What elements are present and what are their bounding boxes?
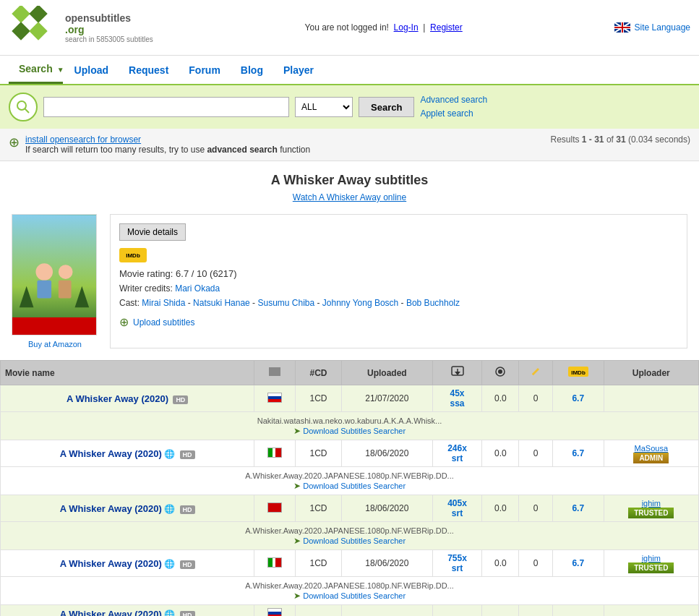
row4-uploader-link[interactable]: ighim [609, 554, 694, 562]
row2-title-link[interactable]: A Whisker Away (2020) [60, 448, 162, 459]
writer-link[interactable]: Mari Okada [175, 283, 220, 294]
upload-subtitles-text: Upload subtitles [133, 317, 194, 328]
row2-cd-cell: 1CD [296, 440, 342, 467]
svg-point-29 [498, 369, 502, 374]
row5-name-cell: A Whisker Away (2020) 🌐 HD [1, 605, 254, 617]
row2-cd-count-cell: 0 [519, 440, 553, 467]
login-status: You are not logged in! Log-In | Register [305, 22, 463, 33]
row5-title-link[interactable]: A Whisker Away (2020) [60, 609, 162, 616]
nav-upload[interactable]: Upload [64, 57, 119, 83]
row4-filename-cell: A.Whisker.Away.2020.JAPANESE.1080p.NF.WE… [1, 577, 699, 605]
nav-forum[interactable]: Forum [179, 57, 231, 83]
not-logged-text: You are not logged in! [305, 22, 389, 33]
row4-filename: A.Whisker.Away.2020.JAPANESE.1080p.NF.WE… [245, 581, 454, 590]
row3-hd-badge: HD [180, 505, 195, 514]
row3-filename-cell: A.Whisker.Away.2020.JAPANESE.1080p.NF.WE… [1, 522, 699, 550]
row1-imdb-link[interactable]: 6.7 [572, 393, 584, 403]
language-select[interactable]: ALL [295, 97, 353, 117]
row4-rating-cell: 0.0 [482, 550, 519, 577]
movie-details-button[interactable]: Movie details [119, 223, 186, 241]
cast-johnny[interactable]: Johnny Yong Bosch [322, 298, 398, 308]
svg-rect-3 [29, 22, 47, 40]
row1-filename: Nakitai.watashi.wa.neko.wo.kaburu.A.K.A.… [257, 416, 442, 425]
row4-download-link[interactable]: 755xsrt [447, 553, 467, 573]
table-row: A Whisker Away (2020) 🌐 HD 1CD 18/06/202… [1, 550, 699, 577]
row2-uploader-link[interactable]: MaSousa [609, 444, 694, 453]
row5-globe-icon: 🌐 [164, 609, 175, 616]
row1-imdb-cell: 6.7 [552, 385, 604, 412]
table-row-sub: Nakitai.watashi.wa.neko.wo.kaburu.A.K.A.… [1, 412, 699, 440]
row2-download-link[interactable]: 246xsrt [447, 443, 467, 463]
imdb-logo-icon: IMDb [123, 249, 143, 260]
col-movie-name: Movie name [1, 361, 254, 385]
svg-rect-2 [12, 22, 30, 40]
opensearch-link[interactable]: install opensearch for browser [25, 134, 141, 145]
row2-admin-badge: ADMIN [633, 453, 669, 463]
nav-request[interactable]: Request [119, 57, 179, 83]
row4-searcher-link[interactable]: Download Subtitles Searcher [303, 591, 406, 600]
cast-bob[interactable]: Bob Buchholz [406, 298, 460, 308]
svg-text:IMDb: IMDb [571, 369, 586, 376]
row4-uploader-cell: ighim TRUSTED [604, 550, 698, 577]
flag-col-icon [269, 367, 280, 376]
nav-player[interactable]: Player [273, 57, 324, 83]
row1-searcher-link[interactable]: Download Subtitles Searcher [303, 427, 406, 435]
cast-natsuki[interactable]: Natsuki Hanae [193, 298, 250, 308]
site-language-link[interactable]: Site Language [635, 22, 690, 33]
subtitle-count: search in 5853005 subtitles [65, 35, 153, 43]
table-row-sub3: A.Whisker.Away.2020.JAPANESE.1080p.NF.WE… [1, 522, 699, 550]
search-input[interactable] [43, 97, 289, 117]
row3-imdb-link[interactable]: 6.7 [572, 503, 584, 513]
info-text: install opensearch for browser If search… [25, 134, 310, 155]
row5-flag-cell [254, 605, 296, 617]
row5-date-cell [341, 605, 432, 617]
download-col-icon [451, 366, 464, 377]
row1-flag-cell [254, 385, 296, 412]
col-flag [254, 361, 296, 385]
row3-name-cell: A Whisker Away (2020) 🌐 HD [1, 495, 254, 522]
table-row: A Whisker Away (2020) 🌐 HD 1CD 18/06/202… [1, 440, 699, 467]
upload-subtitles-link[interactable]: ⊕ Upload subtitles [119, 315, 678, 329]
row5-uploader-cell [604, 605, 698, 617]
nav-blog[interactable]: Blog [231, 57, 273, 83]
row2-downloads-cell: 246xsrt [432, 440, 481, 467]
svg-rect-10 [614, 27, 630, 28]
buy-amazon-link[interactable]: Buy at Amazon [12, 340, 98, 348]
row3-date-cell: 18/06/2020 [341, 495, 432, 522]
login-link[interactable]: Log-In [394, 22, 419, 33]
uk-flag-icon [614, 22, 630, 33]
row1-title-link[interactable]: A Whisker Away (2020) [67, 393, 168, 404]
search-circle-icon [9, 93, 38, 121]
row1-cd-cell: 1CD [296, 385, 342, 412]
search-button[interactable]: Search [359, 97, 414, 117]
navigation-bar: Search ▼ Upload Request Forum Blog Playe… [0, 56, 699, 85]
row3-download-link[interactable]: 405xsrt [447, 498, 467, 518]
cast-mirai[interactable]: Mirai Shida [142, 298, 185, 308]
row2-searcher-link[interactable]: Download Subtitles Searcher [303, 482, 406, 490]
row4-downloads-cell: 755xsrt [432, 550, 481, 577]
row3-title-link[interactable]: A Whisker Away (2020) [60, 503, 162, 514]
watch-link[interactable]: Watch A Whisker Away online [293, 192, 406, 202]
row4-title-link[interactable]: A Whisker Away (2020) [60, 558, 162, 569]
nav-search[interactable]: Search [9, 56, 63, 84]
row1-downloads-cell: 45xssa [432, 385, 481, 412]
svg-rect-1 [29, 6, 47, 23]
cast-susumu[interactable]: Susumu Chiba [257, 298, 314, 308]
tip-suffix: function [280, 145, 310, 155]
register-link[interactable]: Register [430, 22, 463, 33]
row3-searcher-link[interactable]: Download Subtitles Searcher [303, 536, 406, 545]
movie-title: A Whisker Away subtitles [12, 173, 687, 188]
svg-text:IMDb: IMDb [126, 252, 140, 259]
nav-arrow-icon: ▼ [57, 66, 64, 74]
movie-rating: Movie rating: 6.7 / 10 (6217) [119, 268, 678, 279]
applet-search-link[interactable]: Applet search [420, 107, 487, 121]
row1-download-link[interactable]: 45xssa [450, 388, 465, 408]
row3-trusted-badge: TRUSTED [628, 508, 674, 518]
row3-uploader-link[interactable]: ighim [609, 499, 694, 508]
row2-imdb-link[interactable]: 6.7 [572, 448, 584, 458]
row4-imdb-link[interactable]: 6.7 [572, 558, 584, 568]
advanced-search-link[interactable]: Advanced search [420, 93, 487, 107]
col-uploader: Uploader [604, 361, 698, 385]
imdb-badge: IMDb [119, 248, 147, 262]
info-bar: ⊕ install opensearch for browser If sear… [0, 129, 699, 161]
